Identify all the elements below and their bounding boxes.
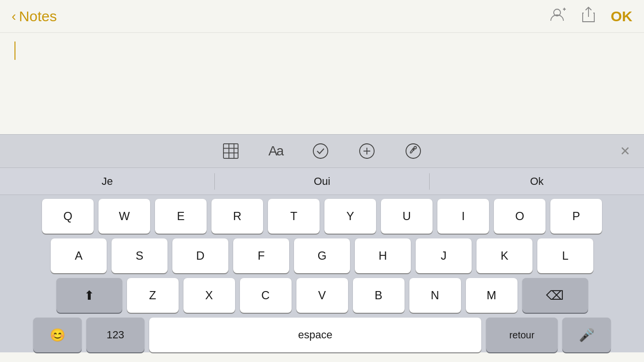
- key-f[interactable]: F: [233, 238, 289, 273]
- suggestion-oui[interactable]: Oui: [215, 168, 429, 195]
- toolbar-icons: Aa: [222, 142, 422, 160]
- backspace-key[interactable]: ⌫: [522, 278, 588, 313]
- key-o[interactable]: O: [494, 199, 546, 234]
- key-t[interactable]: T: [268, 199, 320, 234]
- key-d[interactable]: D: [172, 238, 228, 273]
- key-z[interactable]: Z: [127, 278, 179, 313]
- svg-rect-3: [224, 144, 238, 158]
- shift-key[interactable]: ⬆: [56, 278, 122, 313]
- key-p[interactable]: P: [550, 199, 602, 234]
- keyboard-row-3: ⬆ Z X C V B N M ⌫: [4, 278, 640, 313]
- key-e[interactable]: E: [155, 199, 207, 234]
- key-c[interactable]: C: [240, 278, 292, 313]
- space-key[interactable]: espace: [149, 318, 481, 352]
- key-a[interactable]: A: [51, 238, 107, 273]
- note-area[interactable]: [0, 33, 644, 134]
- keyboard-row-2: A S D F G H J K L: [4, 238, 640, 273]
- emoji-key[interactable]: 😊: [33, 318, 82, 352]
- share-icon[interactable]: [581, 6, 596, 26]
- checklist-icon[interactable]: [312, 142, 329, 160]
- key-n[interactable]: N: [409, 278, 461, 313]
- close-keyboard-button[interactable]: ✕: [620, 144, 630, 159]
- key-q[interactable]: Q: [42, 199, 94, 234]
- key-j[interactable]: J: [416, 238, 472, 273]
- return-key[interactable]: retour: [486, 318, 558, 352]
- numbers-key[interactable]: 123: [86, 318, 144, 352]
- microphone-key[interactable]: 🎤: [562, 318, 611, 352]
- add-icon[interactable]: [358, 142, 376, 160]
- key-k[interactable]: K: [476, 238, 532, 273]
- key-s[interactable]: S: [112, 238, 168, 273]
- header: ‹ Notes OK: [0, 0, 644, 33]
- text-cursor: [14, 42, 15, 60]
- key-rows: Q W E R T Y U I O P A S D F G H J K L ⬆: [0, 195, 644, 352]
- draw-icon[interactable]: [405, 142, 422, 160]
- suggestions-bar: Je Oui Ok: [0, 168, 644, 195]
- suggestion-ok[interactable]: Ok: [430, 168, 644, 195]
- ok-button[interactable]: OK: [611, 8, 632, 25]
- back-button[interactable]: Notes: [19, 8, 56, 25]
- key-l[interactable]: L: [537, 238, 593, 273]
- back-chevron-icon[interactable]: ‹: [12, 10, 16, 23]
- svg-point-14: [414, 147, 417, 149]
- keyboard-row-4: 😊 123 espace retour 🎤: [4, 318, 640, 352]
- key-r[interactable]: R: [211, 199, 263, 234]
- svg-point-12: [406, 144, 420, 158]
- backspace-icon: ⌫: [546, 288, 564, 303]
- key-i[interactable]: I: [437, 199, 489, 234]
- key-m[interactable]: M: [466, 278, 518, 313]
- table-icon[interactable]: [222, 142, 239, 160]
- key-y[interactable]: Y: [324, 199, 376, 234]
- key-v[interactable]: V: [296, 278, 348, 313]
- header-right: OK: [550, 6, 632, 26]
- header-left: ‹ Notes: [12, 8, 57, 25]
- add-person-icon[interactable]: [550, 6, 566, 26]
- shift-icon: ⬆: [84, 288, 95, 303]
- key-b[interactable]: B: [353, 278, 405, 313]
- keyboard-row-1: Q W E R T Y U I O P: [4, 199, 640, 234]
- formatting-toolbar: Aa ✕: [0, 134, 644, 168]
- key-h[interactable]: H: [355, 238, 411, 273]
- text-format-icon[interactable]: Aa: [268, 143, 283, 159]
- key-w[interactable]: W: [98, 199, 150, 234]
- key-x[interactable]: X: [183, 278, 235, 313]
- svg-point-8: [313, 144, 328, 158]
- suggestion-je[interactable]: Je: [0, 168, 214, 195]
- key-g[interactable]: G: [294, 238, 350, 273]
- keyboard: Je Oui Ok Q W E R T Y U I O P A S D: [0, 168, 644, 352]
- key-u[interactable]: U: [381, 199, 433, 234]
